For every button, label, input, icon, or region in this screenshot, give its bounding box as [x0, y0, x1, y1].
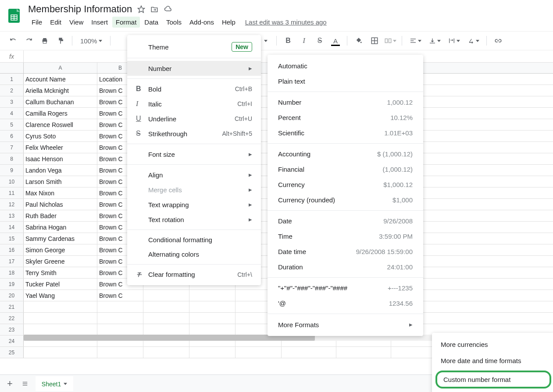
cell[interactable]	[189, 313, 235, 324]
menu-help[interactable]: Help	[218, 17, 239, 28]
cell[interactable]: Clarence Roswell	[24, 119, 97, 130]
text-rotation-button[interactable]	[465, 35, 481, 47]
menu-item-underline[interactable]: UUnderlineCtrl+U	[127, 111, 261, 126]
row-header[interactable]: 7	[0, 142, 24, 153]
menu-item-italic[interactable]: IItalicCtrl+I	[127, 96, 261, 111]
menu-item-merge-cells[interactable]: Merge cells▸	[127, 182, 261, 197]
strikethrough-button[interactable]: S	[314, 35, 326, 47]
cell[interactable]	[24, 324, 97, 335]
text-wrapping-button[interactable]	[446, 35, 462, 47]
number-format-option[interactable]: Currency (rounded)$1,000	[268, 192, 423, 208]
menu-item-alternating-colors[interactable]: Alternating colors	[127, 247, 261, 261]
menu-item-text-wrapping[interactable]: Text wrapping▸	[127, 197, 261, 212]
cell[interactable]	[97, 324, 143, 335]
cell[interactable]	[24, 313, 97, 324]
number-format-option[interactable]: '@1234.56	[268, 296, 423, 311]
row-header[interactable]: 12	[0, 199, 24, 210]
cell[interactable]: Paul Nicholas	[24, 199, 97, 210]
menu-view[interactable]: View	[66, 17, 87, 28]
cell[interactable]	[336, 347, 391, 358]
horizontal-align-button[interactable]	[407, 35, 423, 47]
menu-file[interactable]: File	[28, 17, 46, 28]
text-color-button[interactable]: A	[329, 35, 342, 47]
row-header[interactable]: 14	[0, 222, 24, 233]
vertical-align-button[interactable]	[427, 35, 442, 47]
redo-button[interactable]	[23, 35, 35, 47]
row-header[interactable]: 8	[0, 153, 24, 164]
cell[interactable]: Ruth Bader	[24, 210, 97, 221]
number-format-option[interactable]: Accounting$ (1,000.12)	[268, 146, 423, 162]
document-title[interactable]: Membership Information	[28, 4, 132, 15]
number-format-option[interactable]: Financial(1,000.12)	[268, 162, 423, 177]
menu-item-bold[interactable]: BBoldCtrl+B	[127, 81, 261, 96]
cell[interactable]: Skyler Greene	[24, 256, 97, 267]
row-header[interactable]: 3	[0, 96, 24, 107]
menu-item-number[interactable]: Number▸	[127, 61, 261, 76]
undo-button[interactable]	[7, 35, 19, 47]
row-header[interactable]: 5	[0, 119, 24, 130]
paint-format-button[interactable]	[54, 35, 67, 47]
row-header[interactable]: 24	[0, 335, 24, 346]
row-header[interactable]: 6	[0, 131, 24, 141]
menu-tools[interactable]: Tools	[163, 17, 185, 28]
merge-cells-button[interactable]	[384, 35, 396, 47]
cell[interactable]	[24, 301, 97, 312]
menu-edit[interactable]: Edit	[46, 17, 65, 28]
cell[interactable]: Max Nixon	[24, 187, 97, 198]
row-header[interactable]: 1	[0, 74, 24, 85]
cell[interactable]: Brown C	[97, 290, 143, 301]
cell[interactable]	[189, 324, 235, 335]
number-format-option[interactable]: Duration24:01:00	[268, 259, 423, 275]
cell[interactable]: Cyrus Soto	[24, 131, 97, 141]
row-header[interactable]: 4	[0, 108, 24, 119]
borders-button[interactable]	[368, 35, 381, 47]
italic-button[interactable]: I	[298, 35, 310, 47]
cell[interactable]	[282, 347, 336, 358]
print-button[interactable]	[39, 35, 51, 47]
menu-item-align[interactable]: Align▸	[127, 167, 261, 182]
move-icon[interactable]	[150, 5, 158, 13]
star-icon[interactable]	[137, 5, 145, 13]
number-format-option[interactable]: More Formats▸	[268, 317, 423, 332]
bold-button[interactable]: B	[282, 35, 294, 47]
menu-item-text-rotation[interactable]: Text rotation▸	[127, 212, 261, 227]
column-header[interactable]: A	[24, 63, 97, 73]
menu-data[interactable]: Data	[141, 17, 162, 28]
row-header[interactable]: 21	[0, 301, 24, 312]
cell[interactable]	[143, 301, 189, 312]
cell[interactable]: Landon Vega	[24, 165, 97, 176]
select-all-corner[interactable]	[0, 63, 24, 73]
cell[interactable]: Simon George	[24, 244, 97, 255]
cell[interactable]	[143, 313, 189, 324]
number-format-option[interactable]: Date9/26/2008	[268, 213, 423, 229]
cloud-status-icon[interactable]	[164, 5, 172, 13]
zoom-selector[interactable]: 100%	[78, 37, 105, 45]
menu-item-more-currencies[interactable]: More currencies	[432, 336, 553, 353]
menu-item-theme[interactable]: ThemeNew	[127, 39, 261, 55]
cell[interactable]	[189, 290, 235, 301]
cell[interactable]: Isaac Henson	[24, 153, 97, 164]
fill-color-button[interactable]	[353, 35, 365, 47]
row-header[interactable]: 2	[0, 85, 24, 96]
row-header[interactable]: 19	[0, 279, 24, 290]
row-header[interactable]: 10	[0, 176, 24, 187]
cell[interactable]	[97, 347, 143, 358]
row-header[interactable]: 16	[0, 244, 24, 255]
insert-link-button[interactable]	[492, 35, 504, 47]
number-format-option[interactable]: Scientific1.01E+03	[268, 125, 423, 141]
cell[interactable]: Camilla Rogers	[24, 108, 97, 119]
row-header[interactable]: 25	[0, 347, 24, 358]
cell[interactable]: Sabrina Hogan	[24, 222, 97, 233]
number-format-option[interactable]: Automatic	[268, 58, 423, 74]
cell[interactable]	[235, 347, 282, 358]
number-format-option[interactable]: Number1,000.12	[268, 95, 423, 110]
cell[interactable]	[143, 347, 189, 358]
cell[interactable]: Ariella Mcknight	[24, 85, 97, 96]
row-header[interactable]: 22	[0, 313, 24, 324]
menu-format[interactable]: Format	[112, 17, 140, 28]
row-header[interactable]: 17	[0, 256, 24, 267]
cell[interactable]: Sammy Cardenas	[24, 233, 97, 244]
row-header[interactable]: 9	[0, 165, 24, 176]
row-header[interactable]: 23	[0, 324, 24, 335]
number-format-option[interactable]: Currency$1,000.12	[268, 177, 423, 192]
